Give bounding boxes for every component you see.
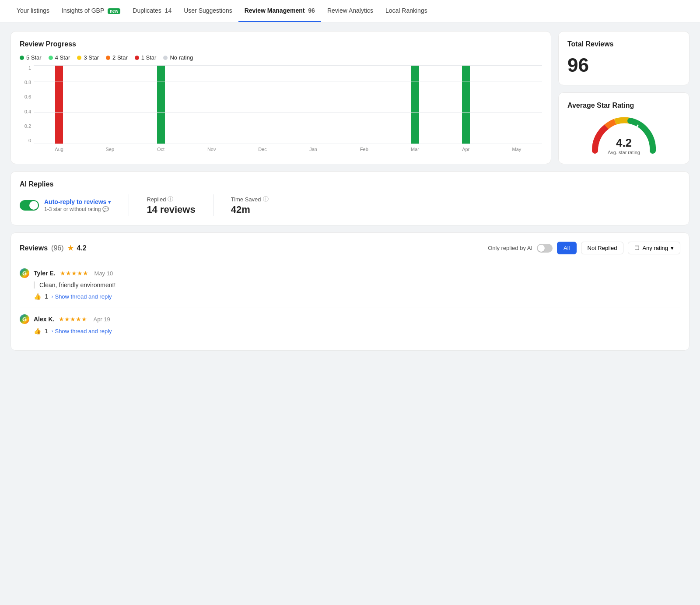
bar-feb	[339, 65, 389, 144]
x-axis: Aug Sep Oct Nov Dec Jan Feb Mar Apr May	[34, 147, 542, 152]
review-stars-1: ★★★★★	[60, 270, 88, 277]
toggle-knob	[29, 201, 38, 210]
main-content: Review Progress 5 Star 4 Star 3 Star 2 S…	[0, 22, 700, 359]
auto-reply-toggle-wrap: Auto-reply to reviews ▾ 1-3 star or with…	[20, 198, 111, 212]
nav-duplicates[interactable]: Duplicates 14	[126, 0, 178, 22]
top-navigation: Your listings Insights of GBP new Duplic…	[0, 0, 700, 22]
bar-apr-fill	[462, 65, 470, 144]
bar-apr	[441, 65, 491, 144]
review-progress-title: Review Progress	[20, 40, 542, 48]
nav-local-rankings[interactable]: Local Rankings	[379, 0, 434, 22]
review-progress-card: Review Progress 5 Star 4 Star 3 Star 2 S…	[10, 31, 551, 164]
bar-mar-fill	[411, 65, 419, 144]
show-thread-btn-2[interactable]: › Show thread and reply	[52, 328, 112, 334]
y-axis: 0 0.2 0.4 0.6 0.8 1	[20, 65, 34, 144]
time-saved-label: Time Saved ⓘ	[231, 195, 269, 203]
legend-dot-norating	[163, 56, 168, 60]
total-reviews-title: Total Reviews	[567, 40, 680, 48]
chevron-down-icon[interactable]: ▾	[108, 199, 111, 205]
auto-reply-label-row: Auto-reply to reviews ▾	[44, 198, 111, 205]
bar-nov	[186, 65, 237, 144]
duplicates-count: 14	[165, 7, 172, 14]
legend-2star: 2 Star	[106, 54, 128, 61]
ai-replies-title: AI Replies	[20, 180, 680, 188]
reviewer-name-1: Tyler E.	[34, 270, 56, 277]
replied-info-icon[interactable]: ⓘ	[168, 195, 173, 203]
dropdown-chevron-icon: ▾	[671, 245, 674, 251]
bar-dec	[237, 65, 288, 144]
review-item-1: G Tyler E. ★★★★★ May 10 Clean, friendly …	[20, 261, 680, 307]
btn-all[interactable]: All	[557, 242, 576, 254]
auto-reply-sublabel: 1-3 star or without rating 💬	[44, 206, 111, 212]
review-actions-2: 👍 1 › Show thread and reply	[34, 327, 680, 334]
replied-stat: Replied ⓘ 14 reviews	[147, 195, 195, 215]
chevron-icon-1: ›	[52, 294, 53, 299]
review-text-1: Clean, friendly environment!	[34, 281, 680, 288]
review-actions-1: 👍 1 › Show thread and reply	[34, 293, 680, 300]
review-date-1: May 10	[94, 270, 113, 277]
thumbs-count-2: 1	[45, 327, 48, 334]
auto-reply-toggle[interactable]	[20, 200, 39, 211]
bars-area	[34, 65, 542, 144]
legend-1star: 1 Star	[135, 54, 157, 61]
bar-aug	[34, 65, 84, 144]
new-badge: new	[108, 8, 120, 14]
ai-filter-label: Only replied by AI	[488, 245, 532, 251]
legend-5star: 5 Star	[20, 54, 42, 61]
divider-1	[129, 194, 129, 216]
btn-not-replied[interactable]: Not Replied	[581, 242, 624, 254]
chart-container: 0 0.2 0.4 0.6 0.8 1	[20, 65, 542, 144]
nav-review-management[interactable]: Review Management 96	[238, 0, 321, 22]
reviews-section: Reviews (96) ★ 4.2 Only replied by AI Al…	[10, 232, 690, 351]
reviews-avg-rating: 4.2	[77, 244, 87, 252]
ai-filter-toggle[interactable]	[537, 244, 553, 253]
ai-replies-content: Auto-reply to reviews ▾ 1-3 star or with…	[20, 194, 680, 216]
legend-dot-5star	[20, 56, 24, 60]
total-reviews-card: Total Reviews 96	[558, 31, 690, 85]
show-thread-btn-1[interactable]: › Show thread and reply	[52, 293, 112, 300]
ai-replies-card: AI Replies Auto-reply to reviews ▾ 1-3 s…	[10, 171, 690, 225]
chart-legend: 5 Star 4 Star 3 Star 2 Star 1 Star No ra…	[20, 54, 542, 61]
bar-oct-fill	[157, 65, 165, 144]
nav-insights-gbp[interactable]: Insights of GBP new	[56, 0, 126, 22]
reviews-count: (96)	[51, 244, 63, 252]
nav-review-analytics[interactable]: Review Analytics	[321, 0, 379, 22]
review-1-meta: G Tyler E. ★★★★★ May 10	[20, 268, 680, 278]
review-management-count: 96	[308, 7, 315, 14]
time-saved-info-icon[interactable]: ⓘ	[263, 195, 269, 203]
bar-sep	[84, 65, 135, 144]
nav-user-suggestions[interactable]: User Suggestions	[178, 0, 238, 22]
review-item-2: G Alex K. ★★★★★ Apr 19 👍 1 › Show thread…	[20, 307, 680, 341]
gauge-label: Avg. star rating	[608, 150, 640, 155]
comment-icon: 💬	[102, 206, 109, 212]
google-icon-1: G	[20, 268, 29, 278]
google-icon-2: G	[20, 314, 29, 324]
nav-your-listings[interactable]: Your listings	[10, 0, 56, 22]
bar-jan	[288, 65, 339, 144]
legend-dot-2star	[106, 56, 110, 60]
reviewer-name-2: Alex K.	[34, 316, 54, 323]
avg-star-rating-card: Average Star Rating 4.2	[558, 92, 690, 164]
side-column: Total Reviews 96 Average Star Rating	[558, 31, 690, 164]
gauge-center: 4.2 Avg. star rating	[608, 136, 640, 155]
avg-star-rating-title: Average Star Rating	[567, 102, 680, 109]
divider-2	[213, 194, 214, 216]
rating-filter-icon: ☐	[634, 245, 640, 251]
chevron-icon-2: ›	[52, 328, 53, 334]
reviews-controls: Only replied by AI All Not Replied ☐ Any…	[488, 242, 680, 254]
replied-value: 14 reviews	[147, 204, 195, 215]
reviews-header: Reviews (96) ★ 4.2 Only replied by AI Al…	[20, 242, 680, 254]
thumbs-icon-2: 👍	[34, 327, 41, 334]
reviews-star-icon: ★	[67, 244, 74, 252]
review-date-2: Apr 19	[93, 316, 110, 323]
legend-dot-4star	[49, 56, 53, 60]
auto-reply-label[interactable]: Auto-reply to reviews	[44, 198, 106, 205]
ai-filter-knob	[538, 245, 545, 252]
btn-any-rating[interactable]: ☐ Any rating ▾	[628, 242, 680, 254]
thumbs-count-1: 1	[45, 293, 48, 300]
time-saved-stat: Time Saved ⓘ 42m	[231, 195, 269, 215]
time-saved-value: 42m	[231, 204, 269, 215]
review-2-meta: G Alex K. ★★★★★ Apr 19	[20, 314, 680, 324]
thumbs-icon-1: 👍	[34, 293, 41, 300]
total-reviews-count: 96	[567, 54, 680, 76]
